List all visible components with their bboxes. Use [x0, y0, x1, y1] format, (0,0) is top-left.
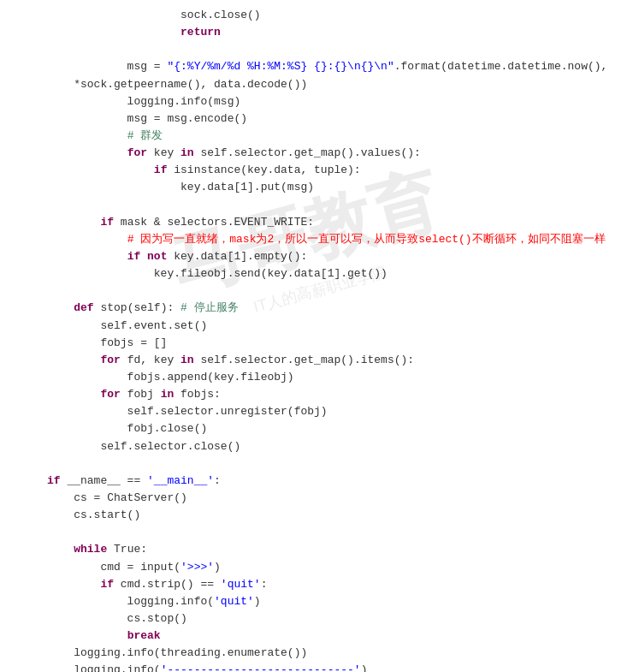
code-line: # 群发 — [0, 128, 627, 145]
code-line: while True: — [0, 541, 627, 558]
code-line: *sock.getpeername(), data.decode()) — [0, 76, 627, 93]
code-line: cs.stop() — [0, 610, 627, 627]
code-line: logging.info('quit') — [0, 593, 627, 610]
code-line: self.selector.unregister(fobj) — [0, 403, 627, 420]
code-line: if cmd.strip() == 'quit': — [0, 576, 627, 593]
code-line: fobjs = [] — [0, 335, 627, 352]
code-line: if __name__ == '__main__': — [0, 473, 627, 490]
code-line: msg = "{:%Y/%m/%d %H:%M:%S} {}:{}\n{}\n"… — [0, 58, 627, 75]
code-line — [0, 41, 627, 58]
code-line: cs = ChatServer() — [0, 490, 627, 507]
code-line: fobjs.append(key.fileobj) — [0, 369, 627, 386]
code-line — [0, 524, 627, 541]
code-line: msg = msg.encode() — [0, 110, 627, 128]
code-line: for fobj in fobjs: — [0, 386, 627, 403]
code-line: break — [0, 627, 627, 645]
code-line: key.fileobj.send(key.data[1].get()) — [0, 265, 627, 282]
code-line: def stop(self): # 停止服务 — [0, 300, 627, 317]
code-container: 马哥教育 IT人的高薪职业学院 sock.close() return msg … — [0, 0, 627, 672]
code-line: logging.info(msg) — [0, 93, 627, 110]
code-line: cs.start() — [0, 507, 627, 524]
code-line: if mask & selectors.EVENT_WRITE: — [0, 214, 627, 231]
code-line: sock.close() — [0, 7, 627, 24]
code-line — [0, 455, 627, 473]
code-line: # 因为写一直就绪，mask为2，所以一直可以写，从而导致select()不断循… — [0, 231, 627, 248]
code-line: key.data[1].put(msg) — [0, 179, 627, 196]
code-line: for key in self.selector.get_map().value… — [0, 145, 627, 162]
code-line: return — [0, 24, 627, 41]
code-block: sock.close() return msg = "{:%Y/%m/%d %H… — [0, 7, 627, 672]
code-line — [0, 197, 627, 214]
code-line: self.event.set() — [0, 318, 627, 335]
code-line: logging.info('--------------------------… — [0, 662, 627, 672]
code-line — [0, 282, 627, 300]
code-line: logging.info(threading.enumerate()) — [0, 645, 627, 662]
code-line: self.selector.close() — [0, 438, 627, 455]
code-line: cmd = input('>>>') — [0, 559, 627, 576]
code-line: fobj.close() — [0, 420, 627, 437]
code-line: if not key.data[1].empty(): — [0, 248, 627, 265]
code-line: for fd, key in self.selector.get_map().i… — [0, 352, 627, 369]
code-line: if isinstance(key.data, tuple): — [0, 162, 627, 179]
